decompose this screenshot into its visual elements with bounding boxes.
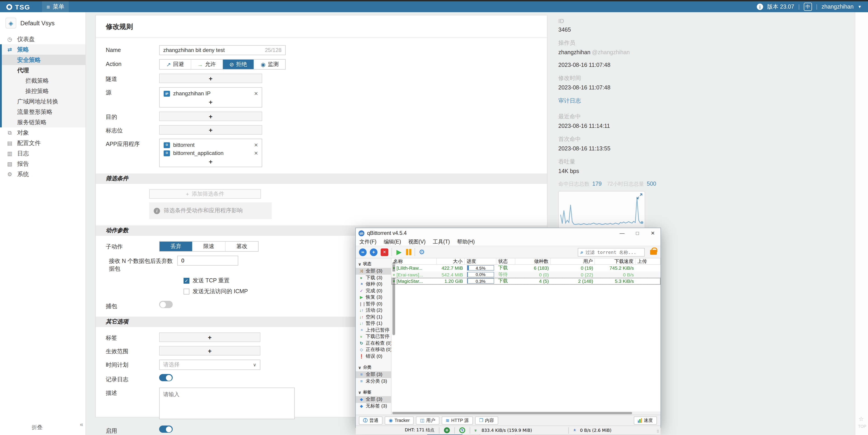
user-menu[interactable]: zhangzhihan xyxy=(822,4,854,10)
collapse-arrow-icon[interactable]: ∨ xyxy=(358,365,362,370)
filter-stalled[interactable]: ↓↑暂停 (1) xyxy=(356,320,391,327)
remove-icon[interactable]: ✕ xyxy=(254,142,258,148)
qb-titlebar[interactable]: qb qBittorrent v4.5.4 — □ ✕ xyxy=(356,228,660,238)
menu-view[interactable]: 视图(V) xyxy=(408,238,426,245)
tab-peers[interactable]: ◫用户 xyxy=(416,416,439,424)
sidebar-item-logs[interactable]: ▥ 日志 xyxy=(0,148,86,159)
filter-errored[interactable]: ❗错误 (0) xyxy=(356,353,391,360)
sidebar-item-traffic-shaping[interactable]: 流量整形策略 xyxy=(2,107,86,117)
add-tag-button[interactable]: + xyxy=(159,332,260,342)
tab-http-sources[interactable]: ≋HTTP 源 xyxy=(441,416,473,424)
filter-resumed[interactable]: ▶恢复 (3) xyxy=(356,294,391,301)
sidebar-item-objects[interactable]: ⧉ 对象 xyxy=(0,127,86,138)
capture-toggle[interactable] xyxy=(159,301,173,308)
sidebar-item-reports[interactable]: ▧ 报告 xyxy=(0,159,86,169)
log-toggle[interactable] xyxy=(159,374,173,381)
action-deny-button[interactable]: ⊘ 拒绝 xyxy=(223,60,254,69)
action-bypass-button[interactable]: ↗ 回避 xyxy=(160,60,191,69)
col-name[interactable]: 名称 xyxy=(392,258,437,264)
sidebar-item-dashboard[interactable]: ◷ 仪表盘 xyxy=(0,34,86,44)
filter-checking[interactable]: ↻正在检查 (0) xyxy=(356,340,391,346)
add-destination-button[interactable]: + xyxy=(159,111,262,121)
description-textarea[interactable] xyxy=(159,388,295,419)
sidebar-item-profiles[interactable]: ▤ 配置文件 xyxy=(0,138,86,148)
tab-trackers[interactable]: ◉Tracker xyxy=(385,416,414,424)
filter-seeding[interactable]: »做种 (0) xyxy=(356,281,391,288)
connection-status-icon[interactable]: ↯ xyxy=(459,427,465,433)
col-peers[interactable]: 用户 xyxy=(551,258,595,264)
filter-stalled-downloading[interactable]: »下载已暂停 ... xyxy=(356,333,391,340)
audit-log-link[interactable]: 审计日志 xyxy=(558,97,653,105)
minimize-button[interactable]: — xyxy=(614,228,630,238)
schedule-select[interactable]: 请选择 ∨ xyxy=(159,360,260,370)
filter-downloading[interactable]: »下载 (3) xyxy=(356,274,391,281)
close-button[interactable]: ✕ xyxy=(645,228,660,238)
menu-help[interactable]: 帮助(H) xyxy=(457,238,475,245)
sidebar-item-system[interactable]: ⚙ 系统 xyxy=(0,169,86,179)
connection-globe-icon[interactable]: ⊕ xyxy=(444,427,450,433)
tab-content[interactable]: ❐内容 xyxy=(475,416,498,424)
torrent-row[interactable]: »[Lilith-Raw... 422.7 MiB 4.5% 下载 6 (183… xyxy=(392,265,660,271)
pause-icon[interactable] xyxy=(406,249,411,255)
sidebar-item-intercept-policy[interactable]: 拦截策略 xyxy=(2,75,86,86)
filter-inactive[interactable]: ↓↑空闲 (1) xyxy=(356,314,391,320)
expand-icon[interactable] xyxy=(637,193,643,199)
sidebar-item-security-policy[interactable]: 安全策略 xyxy=(2,55,86,65)
sidebar-item-control-policy[interactable]: 操控策略 xyxy=(2,86,86,96)
checkbox-icon[interactable] xyxy=(184,289,189,295)
table-horizontal-scrollbar[interactable] xyxy=(392,411,660,415)
sidebar-item-policy[interactable]: ⇄ 策略 xyxy=(2,44,86,55)
torrent-search-box[interactable]: ⌕ xyxy=(578,248,645,256)
source-item[interactable]: IP zhangzhihan IP ✕ xyxy=(160,90,262,98)
search-input[interactable] xyxy=(585,249,635,255)
torrent-row-selected[interactable]: »[MagicStar... 1.20 GiB 0.3% 下载 4 (5) 2 … xyxy=(392,278,660,285)
tab-speed[interactable]: 速度 xyxy=(633,416,657,424)
col-size[interactable]: 大小 xyxy=(437,258,465,264)
filter-paused[interactable]: ❙❙暂停 (0) xyxy=(356,301,391,307)
table-header-row[interactable]: 名称 大小 进度 状态 做种数 用户 下载速度 上传 xyxy=(392,258,660,265)
add-tunnel-button[interactable]: + xyxy=(159,74,262,83)
sidebar-item-proxy[interactable]: 代理 xyxy=(2,65,86,75)
tamper-button[interactable]: 篡改 xyxy=(225,242,258,251)
language-icon[interactable]: 中 xyxy=(804,3,812,11)
menu-file[interactable]: 文件(F) xyxy=(360,238,376,245)
maximize-button[interactable]: □ xyxy=(630,228,645,238)
remove-icon[interactable]: ✕ xyxy=(254,91,258,96)
delete-icon[interactable]: ✕ xyxy=(381,248,388,256)
add-source-button[interactable]: + xyxy=(160,98,262,106)
tag-all[interactable]: ◆全部 (3) xyxy=(356,396,391,403)
sidebar-item-service-chain[interactable]: 服务链策略 xyxy=(2,117,86,127)
menu-button[interactable]: ≡ 菜单 xyxy=(42,1,69,12)
resume-icon[interactable]: ▶ xyxy=(395,248,403,256)
add-link-icon[interactable]: ∞ xyxy=(359,248,367,256)
action-allow-button[interactable]: → 允许 xyxy=(191,60,223,69)
add-filter-button[interactable]: + 添加筛选条件 xyxy=(149,189,261,199)
filter-active[interactable]: ↓↑活动 (2) xyxy=(356,307,391,314)
checkbox-checked-icon[interactable]: ✓ xyxy=(184,278,189,284)
sidebar-item-wan-nat[interactable]: 广域网地址转换 xyxy=(2,96,86,107)
col-dlspeed[interactable]: 下载速度 xyxy=(595,258,636,264)
menu-edit[interactable]: 编辑(E) xyxy=(383,238,401,245)
filter-completed[interactable]: ✓完成 (0) xyxy=(356,288,391,294)
add-torrent-icon[interactable]: + xyxy=(370,248,377,256)
tab-general[interactable]: ⓘ普通 xyxy=(359,416,382,424)
star-icon[interactable]: ☆ xyxy=(859,415,864,422)
action-monitor-button[interactable]: ◉ 监测 xyxy=(254,60,285,69)
filter-moving[interactable]: ◇正在移动 (0) xyxy=(356,346,391,353)
menu-tools[interactable]: 工具(T) xyxy=(433,238,450,245)
back-to-top[interactable]: TOP xyxy=(858,424,866,429)
app-item[interactable]: ⚙ bittorrent_application ✕ xyxy=(160,149,262,157)
category-all[interactable]: ≡全部 (3) xyxy=(356,371,391,378)
add-scope-button[interactable]: + xyxy=(159,346,260,356)
collapse-arrow-icon[interactable]: ∨ xyxy=(358,414,362,415)
enable-toggle[interactable] xyxy=(159,426,173,433)
lock-icon[interactable] xyxy=(650,249,657,255)
recv-n-input[interactable] xyxy=(177,256,238,266)
vsys-selector[interactable]: ◈ Default Vsys xyxy=(0,12,86,34)
remove-icon[interactable]: ✕ xyxy=(254,150,258,156)
resize-grip[interactable]: ⠿ xyxy=(656,430,659,434)
col-status[interactable]: 状态 xyxy=(496,258,515,264)
collapse-arrow-icon[interactable]: ∨ xyxy=(358,390,362,395)
col-upspeed[interactable]: 上传 xyxy=(636,258,660,264)
col-progress[interactable]: 进度 xyxy=(465,258,496,264)
